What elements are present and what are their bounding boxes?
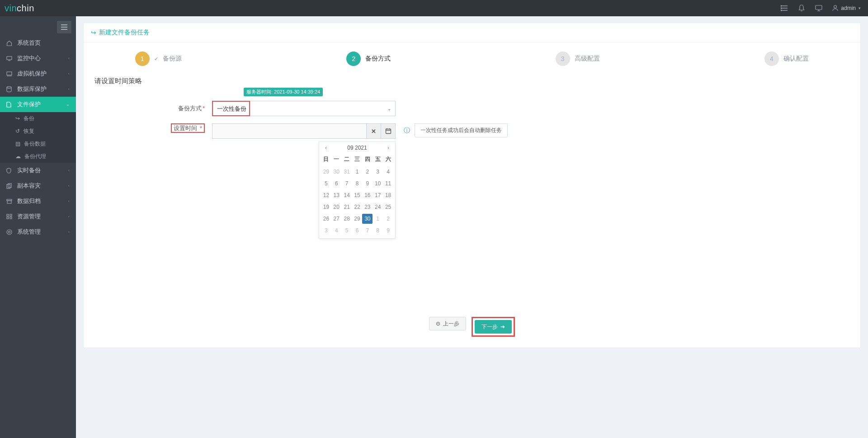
info-tip: ⓘ 一次性任务成功后会自动删除任务 (404, 123, 508, 137)
calendar-day[interactable]: 20 (331, 202, 342, 212)
wizard-footer: ⊝ 上一步 下一步 ➔ (94, 311, 849, 337)
calendar-day[interactable]: 12 (321, 190, 331, 200)
monitor-icon[interactable] (815, 5, 822, 12)
calendar-day[interactable]: 15 (352, 190, 363, 200)
sidebar-item-realtime[interactable]: 实时备份 ‹ (0, 163, 76, 178)
calendar-day[interactable]: 30 (331, 167, 342, 177)
sidebar-sub-backupdata[interactable]: ▤ 备份数据 (0, 137, 76, 150)
archive-icon (6, 199, 13, 204)
step-label: 高级配置 (575, 55, 600, 63)
calendar-day[interactable]: 26 (321, 214, 331, 224)
sidebar-item-replica[interactable]: 副本容灾 ‹ (0, 178, 76, 193)
step-label: 确认配置 (783, 55, 809, 63)
step-2[interactable]: 2 备份方式 (346, 52, 391, 66)
calendar-day[interactable]: 7 (342, 179, 352, 188)
calendar-day[interactable]: 9 (383, 226, 393, 235)
step-3[interactable]: 3 高级配置 (556, 52, 600, 66)
clear-button[interactable]: ✕ (366, 124, 381, 138)
svg-point-27 (7, 230, 12, 235)
calendar-day[interactable]: 11 (383, 179, 393, 188)
calendar-day[interactable]: 16 (362, 190, 373, 200)
calendar-day[interactable]: 2 (362, 167, 373, 177)
chevron-down-icon: ⌄ (66, 102, 70, 107)
chevron-down-icon: ▾ (859, 6, 861, 10)
sidebar-item-archive[interactable]: 数据归档 ‹ (0, 193, 76, 209)
calendar-day[interactable]: 8 (373, 226, 383, 235)
calendar-popover: ‹ 09 2021 › 日一二三四五六293031123456789101112… (319, 141, 396, 239)
step-4[interactable]: 4 确认配置 (764, 52, 809, 66)
calendar-day[interactable]: 1 (373, 214, 383, 224)
step-number: 1 (135, 52, 150, 66)
step-number: 2 (346, 52, 361, 66)
server-time-badge: 服务器时间: 2021-09-30 14:39:24 (244, 88, 323, 96)
calendar-day[interactable]: 25 (383, 202, 393, 212)
calendar-day[interactable]: 23 (362, 202, 373, 212)
calendar-day[interactable]: 13 (331, 190, 342, 200)
sidebar-item-resource[interactable]: 资源管理 ‹ (0, 209, 76, 224)
calendar-day[interactable]: 4 (383, 167, 393, 177)
sidebar-item-home[interactable]: 系统首页 (0, 35, 76, 51)
calendar-day[interactable]: 6 (352, 226, 363, 235)
sidebar-item-monitor[interactable]: 监控中心 ‹ (0, 51, 76, 66)
calendar-day[interactable]: 9 (362, 179, 373, 188)
sidebar-item-db[interactable]: 数据库保护 ‹ (0, 81, 76, 97)
calendar-day[interactable]: 21 (342, 202, 352, 212)
shield-icon (6, 168, 13, 174)
calendar-day[interactable]: 10 (373, 179, 383, 188)
step-1[interactable]: 1 ✔ 备份源 (135, 52, 182, 66)
calendar-day[interactable]: 22 (352, 202, 363, 212)
svg-point-17 (7, 86, 11, 88)
sidebar-toggle[interactable] (57, 21, 71, 33)
calendar-day[interactable]: 8 (352, 179, 363, 188)
section-title: 请设置时间策略 (94, 77, 142, 85)
calendar-day[interactable]: 3 (373, 167, 383, 177)
wizard-card: ↪ 新建文件备份任务 1 ✔ 备份源 2 备份方式 3 (83, 23, 861, 348)
datetime-input[interactable] (212, 124, 366, 138)
calendar-day[interactable]: 6 (331, 179, 342, 188)
calendar-day[interactable]: 28 (342, 214, 352, 224)
datetime-field: ✕ (212, 123, 396, 139)
calendar-prev[interactable]: ‹ (323, 145, 329, 151)
sidebar-sub-backup[interactable]: ↪ 备份 (0, 112, 76, 125)
chevron-left-icon: ‹ (68, 71, 70, 76)
svg-rect-21 (7, 201, 11, 203)
calendar-day[interactable]: 4 (331, 226, 342, 235)
sidebar-item-system[interactable]: 系统管理 ‹ (0, 224, 76, 240)
calendar-day[interactable]: 17 (373, 190, 383, 200)
calendar-day[interactable]: 19 (321, 202, 331, 212)
sidebar-item-file[interactable]: 文件保护 ⌄ (0, 97, 76, 112)
calendar-day[interactable]: 1 (352, 167, 363, 177)
user-menu[interactable]: admin ▾ (832, 5, 861, 11)
svg-rect-24 (7, 217, 9, 219)
next-button[interactable]: 下一步 ➔ (475, 320, 512, 334)
bell-icon[interactable] (798, 5, 805, 12)
check-icon: ✔ (154, 56, 158, 62)
calendar-day[interactable]: 7 (362, 226, 373, 235)
calendar-dow: 六 (383, 154, 393, 165)
calendar-month-label[interactable]: 09 2021 (347, 145, 367, 151)
prev-button[interactable]: ⊝ 上一步 (429, 317, 466, 330)
sidebar-sub-agent[interactable]: ☁ 备份代理 (0, 150, 76, 163)
sidebar-submenu: ↪ 备份 ↺ 恢复 ▤ 备份数据 ☁ 备份代理 (0, 112, 76, 163)
backup-mode-select[interactable]: 一次性备份 (212, 101, 396, 116)
list-icon[interactable] (781, 5, 788, 12)
svg-rect-28 (386, 129, 391, 134)
calendar-day[interactable]: 3 (321, 226, 331, 235)
calendar-day[interactable]: 24 (373, 202, 383, 212)
calendar-day[interactable]: 30 (362, 214, 373, 224)
card-header: ↪ 新建文件备份任务 (84, 23, 860, 42)
sidebar-sub-restore[interactable]: ↺ 恢复 (0, 125, 76, 137)
calendar-day[interactable]: 29 (321, 167, 331, 177)
calendar-button[interactable] (381, 124, 395, 138)
calendar-day[interactable]: 18 (383, 190, 393, 200)
calendar-day[interactable]: 31 (342, 167, 352, 177)
sidebar-item-vm[interactable]: 虚拟机保护 ‹ (0, 66, 76, 81)
calendar-day[interactable]: 29 (352, 214, 363, 224)
calendar-day[interactable]: 27 (331, 214, 342, 224)
calendar-day[interactable]: 14 (342, 190, 352, 200)
calendar-day[interactable]: 5 (321, 179, 331, 188)
calendar-day[interactable]: 2 (383, 214, 393, 224)
sidebar-item-label: 系统首页 (17, 39, 70, 47)
calendar-next[interactable]: › (385, 145, 392, 151)
calendar-day[interactable]: 5 (342, 226, 352, 235)
